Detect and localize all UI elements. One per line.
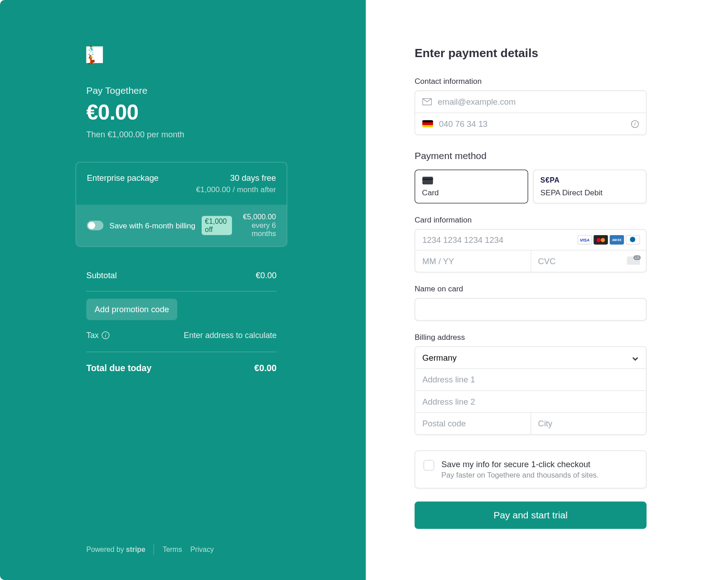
diners-icon	[626, 235, 640, 245]
postal-code-input[interactable]	[422, 419, 523, 428]
name-on-card-label: Name on card	[415, 285, 646, 294]
subtotal-label: Subtotal	[86, 271, 116, 280]
payment-method-label: Payment method	[415, 150, 646, 161]
stripe-logo: stripe	[126, 546, 145, 554]
amount-due: €0.00	[86, 100, 276, 125]
footer: Powered by stripe Terms Privacy	[86, 544, 214, 555]
card-icon	[422, 176, 433, 184]
payment-method-sepa[interactable]: S€PA SEPA Direct Debit	[533, 169, 646, 203]
privacy-link[interactable]: Privacy	[190, 546, 214, 554]
address-line1-input[interactable]	[422, 375, 639, 384]
plan-after-price: €1,000.00 / month after	[87, 185, 276, 194]
card-expiry-input[interactable]	[422, 256, 523, 266]
save-info-checkbox[interactable]	[424, 460, 434, 471]
powered-by-label: Powered by stripe	[86, 546, 145, 554]
payment-form-panel: Enter payment details Contact informatio…	[366, 0, 728, 580]
save-info-card[interactable]: Save my info for secure 1-click checkout…	[415, 450, 646, 488]
email-icon	[422, 98, 432, 106]
amex-icon: AM EX	[610, 235, 624, 245]
chevron-down-icon	[632, 354, 639, 361]
order-summary-panel: 🕺💃 Pay Togethere €0.00 Then €1,000.00 pe…	[0, 0, 366, 580]
tax-hint: Enter address to calculate	[184, 331, 277, 340]
terms-link[interactable]: Terms	[163, 546, 182, 554]
tax-label: Tax	[86, 331, 99, 340]
recurring-note: Then €1,000.00 per month	[86, 130, 276, 139]
email-input[interactable]	[438, 97, 639, 106]
discount-badge: €1,000 off	[201, 216, 232, 235]
plan-trial: 30 days free	[230, 173, 276, 183]
card-cvc-input[interactable]	[538, 256, 639, 266]
city-input[interactable]	[538, 419, 639, 428]
mastercard-icon	[593, 235, 608, 245]
logo-glyph: 🕺💃	[86, 45, 103, 64]
billing-address-label: Billing address	[415, 333, 646, 342]
plan-name: Enterprise package	[87, 173, 159, 183]
subtotal-value: €0.00	[256, 271, 277, 280]
billing-toggle-label: Save with 6-month billing	[110, 221, 196, 230]
country-select[interactable]: Germany	[422, 353, 639, 362]
billing-cycle-upsell[interactable]: Save with 6-month billing €1,000 off €5,…	[76, 205, 287, 246]
payment-method-card[interactable]: Card	[415, 169, 528, 203]
alt-cycle-price: €5,000.00	[238, 213, 276, 221]
country-flag-icon[interactable]	[422, 120, 433, 127]
card-brand-icons: VISA AM EX	[578, 235, 640, 245]
contact-label: Contact information	[415, 77, 646, 86]
visa-icon: VISA	[578, 235, 592, 245]
save-info-subtitle: Pay faster on Togethere and thousands of…	[441, 471, 598, 479]
total-label: Total due today	[86, 363, 151, 373]
address-line2-input[interactable]	[422, 397, 639, 406]
phone-info-icon[interactable]: i	[631, 120, 639, 128]
page-title: Enter payment details	[415, 46, 646, 60]
alt-cycle-period: every 6 months	[238, 221, 276, 238]
merchant-logo: 🕺💃	[86, 46, 103, 63]
cvc-hint-icon	[627, 256, 640, 265]
card-number-input[interactable]	[422, 235, 578, 245]
card-info-label: Card information	[415, 215, 646, 224]
contact-fields: i	[415, 91, 646, 135]
billing-toggle[interactable]	[87, 221, 104, 230]
svg-rect-2	[422, 178, 433, 179]
tax-info-icon[interactable]: i	[102, 331, 110, 339]
total-value: €0.00	[254, 363, 276, 373]
pay-button[interactable]: Pay and start trial	[415, 502, 646, 529]
svg-rect-1	[422, 176, 433, 184]
phone-input[interactable]	[439, 119, 625, 129]
cardholder-name-input[interactable]	[415, 298, 646, 321]
pay-merchant-label: Pay Togethere	[86, 86, 276, 97]
add-promo-button[interactable]: Add promotion code	[86, 299, 177, 320]
save-info-title: Save my info for secure 1-click checkout	[441, 459, 598, 469]
plan-card: Enterprise package 30 days free €1,000.0…	[76, 162, 287, 247]
sepa-logo-icon: S€PA	[540, 176, 639, 184]
